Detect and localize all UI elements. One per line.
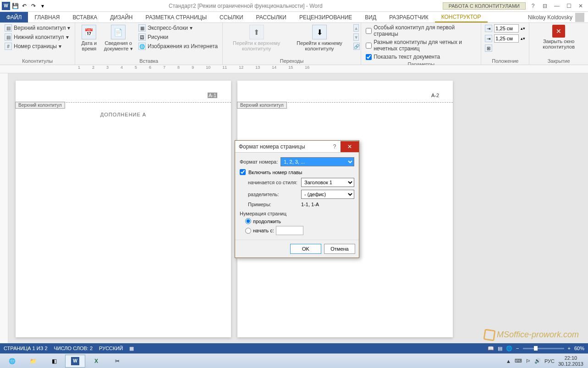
qat-customize-icon[interactable]: ▾ <box>38 2 47 10</box>
group-navigation: ⬆ Перейти к верхнему колонтитулу ⬇ Перей… <box>223 23 361 65</box>
pictures-button[interactable]: 🖼Рисунки <box>137 33 220 41</box>
dialog-titlebar[interactable]: Формат номера страницы ? ✕ <box>235 141 359 153</box>
zoom-slider[interactable] <box>523 348 564 349</box>
chapter-style-select[interactable]: Заголовок 1 <box>301 178 354 187</box>
tray-volume-icon[interactable]: 🔊 <box>534 358 541 364</box>
tab-developer[interactable]: РАЗРАБОТЧИК <box>383 12 435 22</box>
ruler-top-icon: ⇥ <box>485 25 492 32</box>
taskbar-excel-icon[interactable]: X <box>86 355 106 368</box>
taskbar-explorer-icon[interactable]: 📁 <box>23 355 43 368</box>
tab-mailings[interactable]: РАССЫЛКИ <box>250 12 293 22</box>
cancel-button[interactable]: Отмена <box>324 244 355 254</box>
dialog-close-icon[interactable]: ✕ <box>341 141 359 152</box>
macro-icon[interactable]: ▦ <box>129 346 134 352</box>
footer-from-bottom[interactable]: ⇥▴▾ <box>484 34 526 43</box>
tab-view[interactable]: ВИД <box>358 12 383 22</box>
user-avatar-icon[interactable] <box>575 13 584 22</box>
header-from-top[interactable]: ⇥▴▾ <box>484 24 526 33</box>
tray-clock[interactable]: 22:10 30.12.2013 <box>558 355 583 366</box>
online-pictures-button[interactable]: 🌐Изображения из Интернета <box>137 42 220 50</box>
tab-header-design[interactable]: КОНСТРУКТОР <box>435 12 488 22</box>
redo-icon[interactable]: ↷ <box>29 2 38 10</box>
number-format-select[interactable]: 1, 2, 3, ... <box>280 157 354 166</box>
bottom-header-button[interactable]: ▤Нижний колонтитул ▾ <box>3 33 72 41</box>
tab-home[interactable]: ГЛАВНАЯ <box>28 12 66 22</box>
header-zone[interactable]: A-1 Верхний колонтитул <box>16 81 231 103</box>
tab-review[interactable]: РЕЦЕНЗИРОВАНИЕ <box>293 12 358 22</box>
window-controls: ? ⊟ — ☐ ✕ <box>526 2 588 10</box>
page-1[interactable]: A-1 Верхний колонтитул ДОПОЛНЕНИЕ А <box>16 81 231 337</box>
continue-radio[interactable]: продолжить <box>240 218 354 224</box>
header-tag: Верхний колонтитул <box>15 102 65 109</box>
tab-file[interactable]: ФАЙЛ <box>0 12 28 22</box>
view-web-icon[interactable]: 🌐 <box>506 346 512 352</box>
examples-value: 1-1, 1-A <box>301 202 319 207</box>
user-name[interactable]: Nikolay Koldovsky <box>528 14 572 21</box>
word-logo-icon[interactable]: W <box>2 2 10 10</box>
quick-parts-button[interactable]: ▦Экспресс-блоки ▾ <box>137 24 220 32</box>
page-number-button[interactable]: #Номер страницы ▾ <box>3 42 72 50</box>
status-page[interactable]: СТРАНИЦА 1 ИЗ 2 <box>4 346 48 351</box>
dialog-help-icon[interactable]: ? <box>329 141 341 152</box>
taskbar-snip-icon[interactable]: ✂ <box>107 355 127 368</box>
taskbar-app-icon[interactable]: ◧ <box>44 355 64 368</box>
taskbar-word-icon[interactable]: W <box>65 355 85 368</box>
view-print-icon[interactable]: ▤ <box>498 346 502 352</box>
ribbon-collapse-icon[interactable]: ⊟ <box>539 2 550 10</box>
ruler-bottom-icon: ⇥ <box>485 35 492 42</box>
align-tab-icon[interactable]: ⊞ <box>485 44 492 52</box>
show-text-checkbox[interactable]: Показать текст документа <box>364 53 478 60</box>
group-options: Особый колонтитул для первой страницы Ра… <box>361 23 481 65</box>
minimize-icon[interactable]: — <box>551 2 562 10</box>
tab-insert[interactable]: ВСТАВКА <box>66 12 104 22</box>
first-page-checkbox[interactable]: Особый колонтитул для первой страницы <box>364 24 478 38</box>
top-header-button[interactable]: ▤Верхний колонтитул ▾ <box>3 24 72 32</box>
start-from-input[interactable] <box>276 226 303 235</box>
online-picture-icon: 🌐 <box>138 43 146 50</box>
save-icon[interactable]: 💾 <box>11 2 19 10</box>
taskbar-ie-icon[interactable]: 🌐 <box>2 355 22 368</box>
view-read-icon[interactable]: 📖 <box>488 346 494 352</box>
page-number-field: A-2 <box>431 93 439 98</box>
header-zone[interactable]: A-2 Верхний колонтитул <box>237 81 453 103</box>
tray-language[interactable]: РУС <box>544 358 555 364</box>
tab-layout[interactable]: РАЗМЕТКА СТРАНИЦЫ <box>139 12 214 22</box>
close-window-icon[interactable]: ✕ <box>575 2 586 10</box>
group-headers: ▤Верхний колонтитул ▾ ▤Нижний колонтитул… <box>0 23 75 65</box>
separator-select[interactable]: - (дефис) <box>301 190 354 199</box>
status-words[interactable]: ЧИСЛО СЛОВ: 2 <box>54 346 93 351</box>
window-title: Стандарт2 [Режим ограниченной функционал… <box>49 3 443 9</box>
help-icon[interactable]: ? <box>528 2 539 10</box>
tab-design[interactable]: ДИЗАЙН <box>104 12 139 22</box>
zoom-out-icon[interactable]: − <box>516 346 519 351</box>
odd-even-checkbox[interactable]: Разные колонтитулы для четных и нечетных… <box>364 38 478 52</box>
document-info-button[interactable]: 📄 Сведения о документе ▾ <box>102 24 135 52</box>
tray-network-icon[interactable]: ▲ <box>506 358 511 364</box>
tray-action-icon[interactable]: 🏳 <box>526 358 531 364</box>
tab-references[interactable]: ССЫЛКИ <box>213 12 249 22</box>
vertical-ruler[interactable] <box>0 73 8 349</box>
link-previous-button: 🔗 <box>352 42 358 50</box>
goto-footer-button[interactable]: ⬇ Перейти к нижнему колонтитулу <box>289 24 350 52</box>
document-heading: ДОПОЛНЕНИЕ А <box>16 112 231 117</box>
date-time-button[interactable]: 📅 Дата и время <box>78 24 100 52</box>
zoom-in-icon[interactable]: + <box>568 346 571 351</box>
start-from-radio[interactable]: начать с: <box>240 226 354 235</box>
footer-bottom-input[interactable] <box>494 34 519 43</box>
tray-keyboard-icon[interactable]: ⌨ <box>515 358 522 364</box>
zoom-level[interactable]: 60% <box>574 346 584 351</box>
page-number-format-dialog: Формат номера страницы ? ✕ Формат номера… <box>235 140 359 258</box>
page-number-field[interactable]: A-1 <box>208 93 217 98</box>
status-bar: СТРАНИЦА 1 ИЗ 2 ЧИСЛО СЛОВ: 2 РУССКИЙ ▦ … <box>0 343 588 353</box>
header-top-input[interactable] <box>494 24 519 33</box>
horizontal-ruler[interactable]: 1234 5678 9101112 13141516 <box>0 65 588 73</box>
next-section-button: ▼ <box>352 33 358 41</box>
include-chapter-checkbox[interactable]: Включить номер главы <box>240 169 354 175</box>
calendar-icon: 📅 <box>82 25 96 39</box>
undo-icon[interactable]: ↶ <box>20 2 28 10</box>
picture-icon: 🖼 <box>138 33 146 41</box>
ok-button[interactable]: OK <box>290 244 321 254</box>
status-language[interactable]: РУССКИЙ <box>99 346 123 351</box>
close-header-footer-button[interactable]: ✕ Закрыть окно колонтитулов <box>532 24 585 50</box>
maximize-icon[interactable]: ☐ <box>563 2 574 10</box>
